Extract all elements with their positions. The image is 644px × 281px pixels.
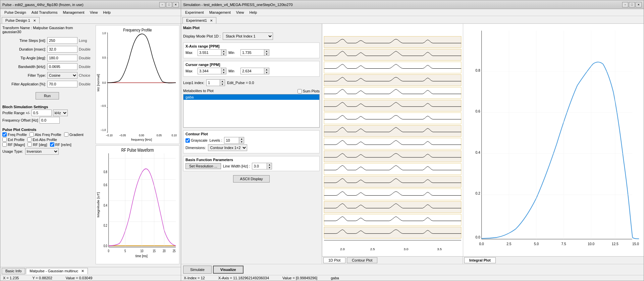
usage-type-select[interactable]: Inversion Excitation Refocusing — [25, 148, 59, 155]
menu-management[interactable]: Management — [60, 10, 87, 15]
left-params-panel: Transform Name : Matpulse Gaussian from … — [0, 24, 94, 267]
checkbox-ext-profile: Ext Profile — [2, 137, 24, 142]
cursor-min-up-arrow[interactable]: ▲ — [264, 68, 269, 71]
simulate-button[interactable]: Simulate — [183, 266, 212, 274]
levels-up-arrow[interactable]: ▲ — [239, 137, 244, 140]
contour-dimensions-row: Dimensions: Contour Index 1+2 Contour In… — [185, 144, 317, 151]
visualize-button[interactable]: Visualize — [213, 266, 244, 274]
bottom-tab-basic-info[interactable]: Basic Info — [2, 268, 25, 274]
tab-contour-plot[interactable]: Contour Plot — [347, 257, 377, 263]
tab-integral-plot[interactable]: Integral Plot — [464, 257, 496, 263]
xaxis-max-down-arrow[interactable]: ▼ — [221, 53, 226, 56]
spectrum-row-15 — [324, 214, 461, 225]
run-button[interactable]: Run — [36, 92, 59, 99]
menu-help[interactable]: Help — [100, 10, 113, 15]
rf-magn-checkbox[interactable] — [2, 142, 7, 147]
cursor-max-down-arrow[interactable]: ▼ — [221, 71, 226, 74]
levels-input[interactable] — [224, 137, 239, 144]
freq-profile-svg: Frequency Profile 1.0 0.5 0.0 −0.5 − — [96, 25, 179, 144]
cursor-max-up-arrow[interactable]: ▲ — [221, 68, 226, 71]
rf-deg-checkbox[interactable] — [28, 142, 32, 147]
svg-text:0.0: 0.0 — [475, 235, 480, 239]
svg-rect-58 — [324, 125, 461, 137]
metabolite-gaba[interactable]: gaba — [183, 94, 319, 100]
right-minimize-button[interactable]: − — [622, 2, 628, 7]
spectrum-row-3 — [324, 62, 461, 73]
line-width-down-arrow[interactable]: ▼ — [267, 166, 272, 169]
pulse-plot-controls: Pulse Plot Controls Freq Profile Abs Fre… — [2, 128, 92, 155]
param-row-duration: Duration [msec]: Double — [2, 46, 92, 53]
right-menubar: Experiment Management View Help — [181, 9, 644, 16]
xaxis-min-input[interactable] — [240, 49, 264, 56]
abs-freq-checkbox[interactable] — [30, 132, 34, 137]
xaxis-min-up-arrow[interactable]: ▲ — [264, 50, 269, 53]
spectrum-row-16 — [324, 227, 461, 238]
minimize-button[interactable]: − — [159, 2, 165, 7]
param-row-tipangle: Tip Angle [deg]: Double — [2, 55, 92, 61]
right-tab-close-icon[interactable]: ✕ — [210, 19, 213, 22]
simulate-visualize-bar: Simulate Visualize — [181, 264, 644, 275]
grayscale-checkbox[interactable] — [185, 138, 190, 143]
svg-text:2.5: 2.5 — [370, 247, 375, 251]
bottom-tab-close-icon[interactable]: ✕ — [81, 269, 84, 273]
line-width-label: Line Width [Hz] : — [223, 164, 250, 168]
loop-input[interactable] — [206, 79, 220, 86]
ext-profile-checkbox[interactable] — [2, 137, 7, 142]
levels-down-arrow[interactable]: ▼ — [239, 140, 244, 143]
filterapplication-input[interactable] — [47, 81, 77, 87]
menu-view[interactable]: View — [87, 10, 101, 15]
profile-unit-select[interactable]: kHz — [53, 110, 68, 116]
loop-down-arrow[interactable]: ▼ — [220, 83, 225, 86]
left-window: Pulse - edit2_gauss_44hz_flip180 (frozen… — [0, 0, 181, 281]
right-maximize-button[interactable]: □ — [629, 2, 635, 7]
svg-rect-57 — [324, 113, 461, 124]
filtertype-select[interactable]: Cosine — [47, 72, 77, 79]
timesteps-input[interactable] — [47, 37, 77, 44]
cursor-min-input[interactable] — [240, 68, 264, 74]
tab-1d-plot[interactable]: 1D Plot — [323, 257, 345, 263]
gradient-checkbox[interactable] — [64, 132, 68, 137]
freq-profile-checkbox[interactable] — [2, 132, 7, 137]
xaxis-min-down-arrow[interactable]: ▼ — [264, 53, 269, 56]
param-row-filtertype: Filter Type: Cosine Choice — [2, 72, 92, 79]
duration-input[interactable] — [47, 46, 77, 53]
dimensions-select[interactable]: Contour Index 1+2 Contour Index 1 Contou… — [208, 144, 247, 151]
cursor-max-input[interactable] — [198, 68, 221, 74]
cursor-min-down-arrow[interactable]: ▼ — [264, 71, 269, 74]
freq-offset-input[interactable] — [40, 117, 60, 124]
xaxis-max-up-arrow[interactable]: ▲ — [221, 50, 226, 53]
display-mode-select[interactable]: Stack Plot Index 1 Stack Plot Index 2 Ov… — [223, 32, 273, 40]
left-tab-pulse-design[interactable]: Pulse Design 1 ✕ — [2, 17, 40, 23]
cursor-max-spinbox: ▲ ▼ — [198, 68, 226, 74]
line-width-up-arrow[interactable]: ▲ — [267, 163, 272, 166]
tab-close-icon[interactable]: ✕ — [33, 19, 36, 22]
maximize-button[interactable]: □ — [166, 2, 172, 7]
right-menu-help[interactable]: Help — [247, 10, 260, 15]
ext-abs-checkbox[interactable] — [27, 137, 32, 142]
menu-add-transforms[interactable]: Add Transforms — [29, 10, 60, 15]
set-resolution-button[interactable]: Set Resolution ... — [185, 163, 221, 169]
tipangle-input[interactable] — [47, 55, 77, 61]
right-tab-experiment1[interactable]: Experiment1 ✕ — [182, 17, 216, 23]
svg-text:2.5: 2.5 — [506, 242, 511, 246]
right-menu-view[interactable]: View — [233, 10, 247, 15]
close-button[interactable]: ✕ — [173, 2, 179, 7]
freq-offset-label: Frequency Offset [Hz] — [2, 118, 38, 122]
bandwidth-input[interactable] — [47, 63, 77, 70]
sum-plots-checkbox[interactable] — [298, 89, 302, 93]
profile-range-input[interactable] — [32, 110, 52, 116]
xaxis-max-input[interactable] — [198, 49, 221, 56]
right-menu-experiment[interactable]: Experiment — [182, 10, 207, 15]
rf-reim-checkbox[interactable] — [50, 142, 54, 147]
loop-up-arrow[interactable]: ▲ — [220, 80, 225, 83]
right-close-button[interactable]: ✕ — [636, 2, 642, 7]
svg-rect-56 — [324, 100, 461, 111]
duration-label: Duration [msec]: — [2, 47, 46, 51]
ascii-display-button[interactable]: ASCII Display — [233, 175, 270, 183]
menu-pulse-design[interactable]: Pulse Design — [2, 10, 29, 15]
right-menu-management[interactable]: Management — [207, 10, 233, 15]
bottom-tab-matpulse[interactable]: Matpulse - Gaussian multinuc ✕ — [26, 268, 88, 274]
metabolites-list[interactable]: gaba — [183, 94, 320, 128]
line-width-input[interactable] — [252, 163, 267, 169]
plots-area: 3.5 3.0 2.5 2.0 — [322, 24, 644, 264]
